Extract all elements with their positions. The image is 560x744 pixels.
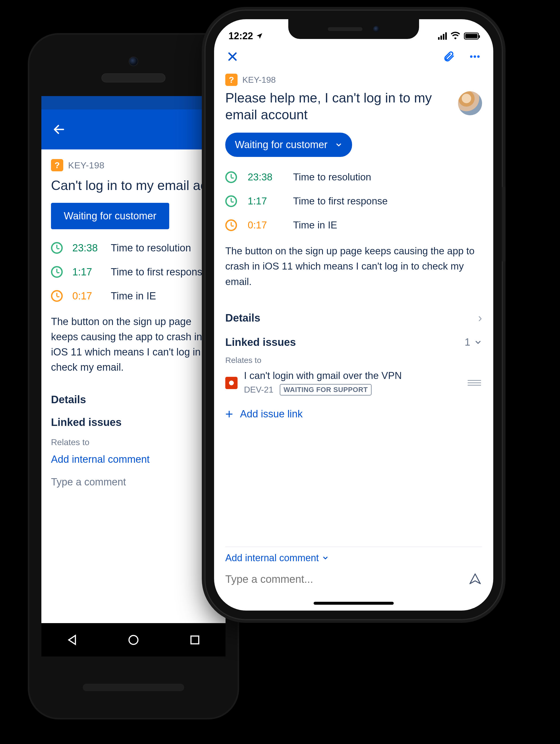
clock-icon	[225, 171, 237, 183]
status-button[interactable]: Waiting for customer	[225, 133, 352, 157]
android-screen: ? KEY-198 Can't log in to my email accou…	[41, 96, 226, 657]
linked-count: 1	[465, 336, 470, 348]
status-button[interactable]: Waiting for customer	[51, 203, 169, 229]
plus-icon: +	[225, 407, 233, 420]
svg-point-6	[470, 55, 473, 58]
svg-marker-1	[69, 635, 76, 644]
clock-icon	[51, 242, 63, 254]
issue-description: The button on the sign up page keeps cau…	[225, 244, 482, 289]
status-label: Waiting for customer	[235, 139, 328, 150]
battery-icon	[464, 33, 479, 39]
android-home-nav[interactable]	[127, 633, 140, 646]
issue-type-icon: ?	[51, 159, 63, 171]
clock-icon	[51, 266, 63, 278]
status-time: 12:22	[228, 30, 253, 42]
status-label: Waiting for customer	[64, 210, 156, 222]
wifi-icon	[451, 30, 460, 42]
more-button[interactable]	[467, 49, 483, 64]
issue-type-icon: ?	[225, 74, 237, 86]
sla-label: Time to resolution	[111, 242, 191, 254]
add-internal-comment-button[interactable]: Add internal comment	[51, 450, 216, 472]
close-button[interactable]	[225, 49, 240, 64]
android-camera-icon	[129, 57, 138, 66]
linked-issue-status: WAITING FOR SUPPORT	[280, 384, 372, 396]
comment-input[interactable]	[225, 573, 468, 585]
sla-time: 0:17	[237, 220, 293, 231]
android-bottom-speaker	[83, 684, 184, 691]
details-section[interactable]: Details	[51, 388, 216, 411]
send-button[interactable]	[468, 572, 482, 586]
sla-label: Time to resolution	[293, 172, 371, 183]
clock-icon	[51, 290, 63, 302]
sla-label: Time in IE	[111, 290, 156, 302]
triangle-back-icon	[65, 633, 79, 646]
issue-title: Can't log in to my email account	[51, 178, 216, 193]
square-recent-icon	[188, 633, 201, 646]
relates-to-label: Relates to	[225, 356, 482, 365]
android-system-nav	[41, 623, 226, 657]
svg-point-2	[129, 635, 138, 644]
clock-icon	[225, 195, 237, 207]
ios-speaker	[328, 27, 363, 31]
sla-row: 23:38 Time to resolution	[225, 171, 482, 183]
svg-point-8	[477, 55, 480, 58]
paperclip-icon	[443, 50, 455, 63]
ios-home-indicator[interactable]	[313, 602, 394, 605]
issue-key: KEY-198	[242, 75, 276, 85]
arrow-left-icon	[52, 123, 66, 136]
sla-time: 1:17	[63, 266, 111, 278]
linked-issues-section[interactable]: Linked issues	[51, 411, 216, 434]
location-icon	[256, 32, 263, 40]
ios-device-frame: 12:22	[206, 11, 502, 619]
ios-notch	[288, 19, 419, 39]
back-button[interactable]	[51, 121, 67, 138]
close-icon	[227, 51, 238, 63]
issue-description: The button on the sign up page keeps cau…	[51, 314, 216, 375]
sla-time: 0:17	[63, 290, 111, 302]
chevron-down-icon	[322, 555, 329, 561]
android-statusbar	[41, 96, 226, 109]
add-issue-link-label: Add issue link	[240, 408, 302, 420]
comment-input[interactable]: Type a comment	[51, 473, 216, 495]
sla-time: 23:38	[63, 242, 111, 254]
details-section[interactable]: Details ›	[225, 305, 482, 330]
svg-rect-3	[191, 636, 198, 644]
more-horizontal-icon	[469, 50, 481, 63]
linked-issue-title: I can't login with gmail over the VPN	[244, 370, 461, 381]
clock-icon	[225, 219, 237, 231]
sla-row: 1:17 Time to first response	[51, 266, 216, 278]
sla-row: 23:38 Time to resolution	[51, 242, 216, 254]
assignee-avatar[interactable]	[458, 91, 482, 115]
add-issue-link-button[interactable]: + Add issue link	[225, 403, 482, 431]
svg-point-7	[474, 55, 476, 58]
linked-issues-label: Linked issues	[225, 336, 296, 348]
issue-title: Please help me, I can't log in to my ema…	[225, 90, 452, 123]
circle-home-icon	[127, 633, 140, 646]
linked-issues-section[interactable]: Linked issues 1	[225, 330, 482, 354]
attach-button[interactable]	[441, 49, 456, 64]
issue-key: KEY-198	[68, 160, 104, 171]
drag-handle-icon[interactable]	[468, 380, 482, 385]
sla-label: Time to first response	[293, 196, 387, 207]
linked-issue-row[interactable]: I can't login with gmail over the VPN DE…	[225, 369, 482, 403]
ios-screen: 12:22	[214, 19, 493, 610]
ios-camera-icon	[373, 26, 380, 32]
linked-issue-key: DEV-21	[244, 385, 273, 395]
cellular-signal-icon	[438, 32, 447, 40]
sla-label: Time to first response	[111, 266, 208, 278]
android-speaker	[102, 73, 165, 82]
chevron-down-icon	[335, 141, 342, 149]
sla-time: 23:38	[237, 172, 293, 183]
ios-app-bar	[214, 44, 493, 69]
bug-icon	[225, 377, 237, 389]
relates-to-label: Relates to	[51, 434, 216, 450]
add-internal-comment-button[interactable]: Add internal comment	[225, 547, 482, 570]
sla-row: 0:17 Time in IE	[51, 290, 216, 302]
android-recent-nav[interactable]	[188, 633, 201, 646]
android-back-nav[interactable]	[65, 633, 79, 646]
android-app-bar	[41, 109, 226, 149]
send-icon	[468, 572, 482, 586]
details-label: Details	[225, 312, 260, 324]
ios-side-button	[502, 187, 506, 262]
sla-row: 0:17 Time in IE	[225, 219, 482, 231]
